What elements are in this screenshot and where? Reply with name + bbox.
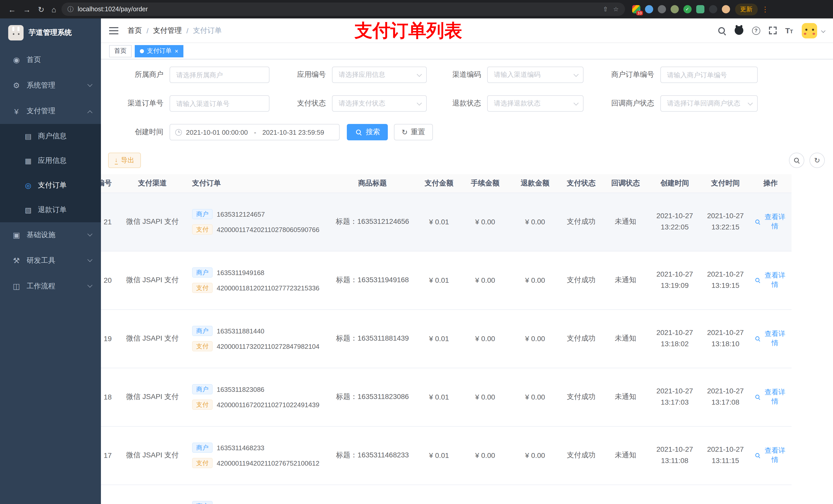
reset-button[interactable]: ↻ 重置	[394, 124, 433, 140]
search-icon[interactable]	[717, 26, 726, 34]
refund-status-select[interactable]: 请选择退款状态	[487, 95, 584, 112]
created-at: 2021-10-2713:19:09	[648, 251, 701, 309]
tab-pay-order[interactable]: 支付订单 ×	[135, 45, 184, 57]
sidebar-item-home[interactable]: ◉ 首页	[0, 47, 101, 73]
merchant-tag: 商户	[192, 501, 213, 504]
home-icon[interactable]: ⌂	[51, 5, 56, 13]
notify-status: 未通知	[603, 193, 648, 251]
product-title: 标题：1635312124656	[326, 193, 419, 251]
user-avatar[interactable]	[802, 23, 817, 38]
notify-status-select[interactable]: 请选择订单回调商户状态	[660, 95, 758, 112]
view-detail-link[interactable]: 查看详情	[754, 213, 787, 231]
merchant-input[interactable]	[170, 67, 269, 83]
view-detail-link[interactable]: 查看详情	[754, 329, 787, 348]
notify-status	[603, 484, 648, 504]
view-detail-link[interactable]: 查看详情	[754, 446, 787, 464]
extension-icon[interactable]	[658, 5, 666, 13]
pay-channel	[118, 484, 187, 504]
sidebar-item-infra[interactable]: ▣ 基础设施	[0, 222, 101, 248]
extension-icon[interactable]	[696, 5, 704, 13]
sidebar-toggle-icon[interactable]	[109, 30, 118, 31]
extension-icon[interactable]	[709, 5, 717, 13]
channel-order-no-input[interactable]	[170, 95, 269, 112]
refresh-button[interactable]: ↻	[809, 153, 825, 168]
sidebar-item-system[interactable]: ⚙ 系统管理	[0, 73, 101, 98]
fee-amount: ¥ 0.00	[459, 368, 511, 426]
created-at: 2021-10-2713:11:08	[648, 426, 701, 484]
search-button[interactable]: 搜索	[347, 124, 388, 140]
col-header-refund: 退款金额	[511, 174, 560, 193]
create-time-range-picker[interactable]: 2021-10-01 00:00:00 - 2021-10-31 23:59:5…	[170, 124, 340, 140]
notify-status: 未通知	[603, 251, 648, 309]
extension-icon[interactable]: 10	[632, 5, 640, 13]
address-bar[interactable]: ⓘ localhost:1024/pay/order ⇧ ☆	[61, 3, 625, 16]
share-icon[interactable]: ⇧	[603, 6, 608, 13]
col-header-id: 编号	[101, 174, 118, 193]
sidebar-item-merchant-info[interactable]: ▤ 商户信息	[0, 124, 101, 148]
browser-update-button[interactable]: 更新	[735, 3, 757, 15]
font-size-icon[interactable]: TT	[785, 27, 793, 34]
github-icon[interactable]	[734, 26, 743, 35]
profile-avatar-icon[interactable]	[721, 5, 730, 13]
extension-icon[interactable]	[645, 5, 653, 13]
breadcrumb-pay-mgmt[interactable]: 支付管理	[153, 26, 182, 35]
product-title: 标题：1635311823086	[326, 368, 419, 426]
card-icon: ▤	[23, 132, 34, 140]
created-at: 2021-10-2713:22:05	[648, 193, 701, 251]
sidebar-item-refund-order[interactable]: ▧ 退款订单	[0, 198, 101, 222]
order-id: 17	[101, 426, 118, 484]
sidebar-item-pay-order[interactable]: ◎ 支付订单	[0, 173, 101, 198]
table-row: 17 微信 JSAPI 支付 商户1635311468233 支付4200001…	[101, 426, 791, 484]
sidebar-item-app-info[interactable]: ▦ 应用信息	[0, 148, 101, 173]
help-icon[interactable]: ?	[752, 26, 760, 34]
merchant-order-no: 1635311949168	[217, 269, 264, 276]
download-icon: ↓	[115, 157, 118, 164]
merchant-tag: 商户	[192, 442, 213, 453]
search-icon	[356, 129, 361, 135]
table-row: 18 微信 JSAPI 支付 商户1635311823086 支付4200001…	[101, 368, 791, 426]
browser-nav: ← → ↻ ⌂	[8, 5, 56, 13]
sidebar-item-workflow[interactable]: ◫ 工作流程	[0, 273, 101, 299]
refund-amount: ¥ 0.00	[511, 251, 560, 309]
sidebar-item-payment[interactable]: ¥ 支付管理	[0, 98, 101, 124]
search-icon	[755, 336, 760, 341]
browser-menu-icon[interactable]: ⋮	[762, 5, 769, 13]
page-title-annotation: 支付订单列表	[355, 19, 462, 43]
sidebar-item-devtools[interactable]: ⚒ 研发工具	[0, 248, 101, 273]
table-row: 21 微信 JSAPI 支付 商户1635312124657 支付4200001…	[101, 193, 791, 251]
toggle-search-button[interactable]	[789, 153, 804, 168]
fullscreen-icon[interactable]	[769, 27, 777, 34]
pay-channel: 微信 JSAPI 支付	[118, 309, 187, 368]
search-icon	[755, 278, 760, 283]
navbar-actions: ? TT	[717, 23, 825, 38]
view-detail-link[interactable]: 查看详情	[754, 271, 787, 289]
back-icon[interactable]: ←	[8, 5, 16, 13]
site-info-icon[interactable]: ⓘ	[67, 5, 73, 14]
pay-amount: ¥ 0.01	[419, 426, 459, 484]
chevron-down-icon	[87, 231, 93, 236]
extension-icon[interactable]	[670, 5, 679, 13]
filter-label: 退款状态	[438, 99, 487, 108]
extension-icon[interactable]: ✓	[683, 5, 691, 13]
paid-at: 2021-10-2713:11:15	[701, 426, 749, 484]
pay-order-no: 4200001167202110271022491439	[217, 401, 319, 408]
channel-code-select[interactable]: 请输入渠道编码	[487, 67, 584, 83]
bookmark-star-icon[interactable]: ☆	[613, 6, 619, 13]
view-detail-link[interactable]: 查看详情	[754, 388, 787, 406]
tab-home[interactable]: 首页	[109, 45, 132, 57]
export-button[interactable]: ↓ 导出	[108, 153, 141, 168]
chevron-down-icon[interactable]	[821, 28, 826, 33]
app-select[interactable]: 请选择应用信息	[332, 67, 427, 83]
fee-amount: ¥ 0.00	[459, 309, 511, 368]
pay-status: 支付成功	[560, 309, 603, 368]
omnibox-actions: ⇧ ☆	[603, 6, 619, 13]
pay-status-select[interactable]: 请选择支付状态	[332, 95, 427, 112]
order-id	[101, 484, 118, 504]
close-icon[interactable]: ×	[175, 48, 178, 54]
chevron-down-icon	[573, 71, 579, 77]
breadcrumb-home[interactable]: 首页	[127, 26, 142, 35]
forward-icon[interactable]: →	[23, 5, 31, 13]
merchant-order-no-input[interactable]	[660, 67, 758, 83]
pay-amount: ¥ 0.01	[419, 309, 459, 368]
reload-icon[interactable]: ↻	[38, 5, 44, 13]
